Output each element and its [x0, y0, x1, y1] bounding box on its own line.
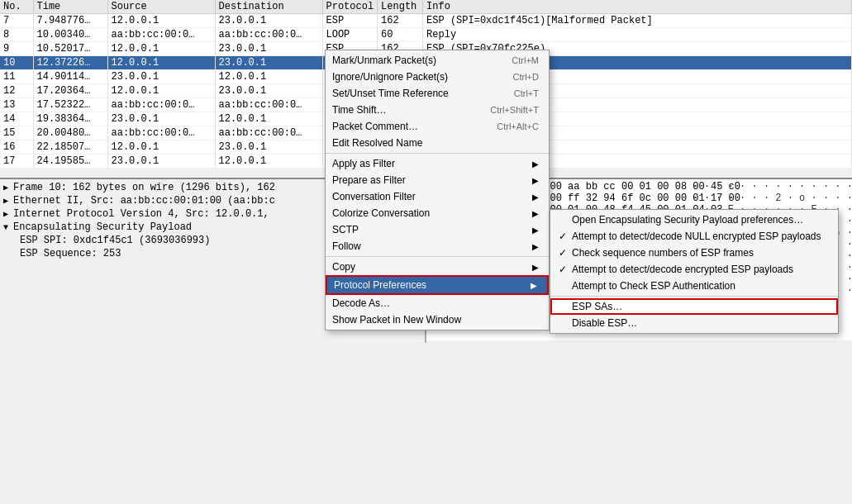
- menu-check-icon: ✓: [559, 264, 572, 275]
- menu-item[interactable]: Ignore/Unignore Packet(s)Ctrl+D: [326, 69, 549, 85]
- menu-item[interactable]: Apply as Filter▶: [326, 155, 549, 172]
- menu-item-label: SCTP: [332, 224, 359, 235]
- menu-item-label: Ignore/Unignore Packet(s): [332, 71, 448, 83]
- menu-item[interactable]: Conversation Filter▶: [326, 188, 549, 205]
- menu-item-label: Show Packet in New Window: [332, 314, 461, 326]
- col-protocol: Protocol: [322, 0, 378, 14]
- col-source: Source: [107, 0, 215, 14]
- menu-item[interactable]: Protocol Preferences▶: [326, 275, 549, 295]
- submenu-item-label: Open Encapsulating Security Payload pref…: [572, 214, 803, 226]
- menu-item[interactable]: Mark/Unmark Packet(s)Ctrl+M: [326, 52, 549, 69]
- menu-shortcut: Ctrl+Alt+C: [497, 121, 539, 131]
- hex-ascii: · · · · · · · 2 · o · · · · · ·: [693, 193, 853, 204]
- submenu-arrow-icon: ▶: [532, 209, 539, 218]
- context-menu: Mark/Unmark Packet(s)Ctrl+MIgnore/Unigno…: [325, 50, 550, 330]
- submenu-item-label: ESP SAs…: [572, 301, 622, 312]
- col-time: Time: [33, 0, 107, 14]
- submenu-arrow-icon: ▶: [531, 281, 537, 290]
- menu-item[interactable]: Colorize Conversation▶: [326, 205, 549, 221]
- table-header-row: No. Time Source Destination Protocol Len…: [0, 0, 852, 14]
- menu-item-label: Decode As…: [332, 297, 390, 309]
- menu-item[interactable]: Show Packet in New Window: [326, 311, 549, 328]
- menu-item-label: Follow: [332, 240, 361, 252]
- submenu-item[interactable]: Disable ESP…: [550, 315, 838, 331]
- menu-item-label: Copy: [332, 261, 355, 273]
- submenu-arrow-icon: ▶: [532, 193, 539, 202]
- menu-item-label: Apply as Filter: [332, 158, 395, 169]
- menu-item[interactable]: Edit Resolved Name: [326, 135, 549, 151]
- submenu-item-label: Disable ESP…: [572, 317, 637, 329]
- submenu-item-label: Attempt to detect/decode NULL encrypted …: [572, 231, 821, 242]
- menu-item[interactable]: SCTP▶: [326, 221, 549, 238]
- submenu-item-label: Attempt to detect/decode encrypted ESP p…: [572, 264, 793, 275]
- col-no: No.: [0, 0, 33, 14]
- menu-separator: [326, 256, 549, 257]
- table-row[interactable]: 77.948776…12.0.0.123.0.0.1ESP162ESP (SPI…: [0, 14, 852, 28]
- submenu-item[interactable]: Open Encapsulating Security Payload pref…: [550, 212, 838, 228]
- menu-shortcut: Ctrl+D: [513, 72, 539, 82]
- hex-ascii: · · · · · · · · · · · · · · E·: [693, 181, 853, 193]
- submenu-arrow-icon: ▶: [532, 226, 539, 235]
- submenu-arrow-icon: ▶: [532, 159, 539, 169]
- menu-item[interactable]: Decode As…: [326, 295, 549, 311]
- menu-item-label: Packet Comment…: [332, 121, 418, 132]
- submenu-item[interactable]: Attempt to Check ESP Authentication: [550, 278, 838, 294]
- menu-shortcut: Ctrl+M: [512, 55, 539, 65]
- menu-item[interactable]: Time Shift…Ctrl+Shift+T: [326, 102, 549, 118]
- menu-check-icon: ✓: [559, 231, 572, 242]
- menu-item-label: Prepare as Filter: [332, 174, 406, 186]
- menu-item[interactable]: Copy▶: [326, 259, 549, 275]
- submenu-arrow-icon: ▶: [532, 176, 539, 185]
- menu-item-label: Edit Resolved Name: [332, 137, 422, 149]
- col-info: Info: [423, 0, 852, 14]
- col-length: Length: [378, 0, 423, 14]
- menu-item[interactable]: Prepare as Filter▶: [326, 172, 549, 188]
- esp-sas-menu-item[interactable]: ESP SAs…: [550, 298, 838, 315]
- submenu-separator: [550, 296, 838, 297]
- menu-shortcut: Ctrl+Shift+T: [490, 105, 539, 115]
- col-destination: Destination: [215, 0, 322, 14]
- menu-separator: [326, 153, 549, 154]
- menu-item-label: Protocol Preferences: [334, 279, 426, 291]
- menu-item-label: Time Shift…: [332, 104, 387, 116]
- menu-item[interactable]: Set/Unset Time ReferenceCtrl+T: [326, 85, 549, 102]
- menu-item-label: Set/Unset Time Reference: [332, 88, 449, 99]
- submenu-item-label: Attempt to Check ESP Authentication: [572, 280, 735, 292]
- menu-item-label: Conversation Filter: [332, 191, 416, 202]
- table-row[interactable]: 810.00340…aa:bb:cc:00:0…aa:bb:cc:00:0…LO…: [0, 28, 852, 42]
- submenu-arrow-icon: ▶: [532, 263, 539, 272]
- submenu-item[interactable]: ✓Attempt to detect/decode NULL encrypted…: [550, 228, 838, 245]
- menu-item[interactable]: Packet Comment…Ctrl+Alt+C: [326, 118, 549, 135]
- submenu-item-label: Check sequence numbers of ESP frames: [572, 247, 754, 259]
- menu-check-icon: ✓: [559, 247, 572, 259]
- menu-item-label: Colorize Conversation: [332, 207, 430, 219]
- submenu-arrow-icon: ▶: [532, 242, 539, 251]
- submenu-item[interactable]: ✓Check sequence numbers of ESP frames: [550, 245, 838, 261]
- menu-shortcut: Ctrl+T: [514, 88, 539, 98]
- menu-item-label: Mark/Unmark Packet(s): [332, 55, 436, 66]
- submenu-protocol-preferences: Open Encapsulating Security Payload pref…: [550, 209, 839, 334]
- submenu-item[interactable]: ✓Attempt to detect/decode encrypted ESP …: [550, 261, 838, 278]
- menu-item[interactable]: Follow▶: [326, 238, 549, 254]
